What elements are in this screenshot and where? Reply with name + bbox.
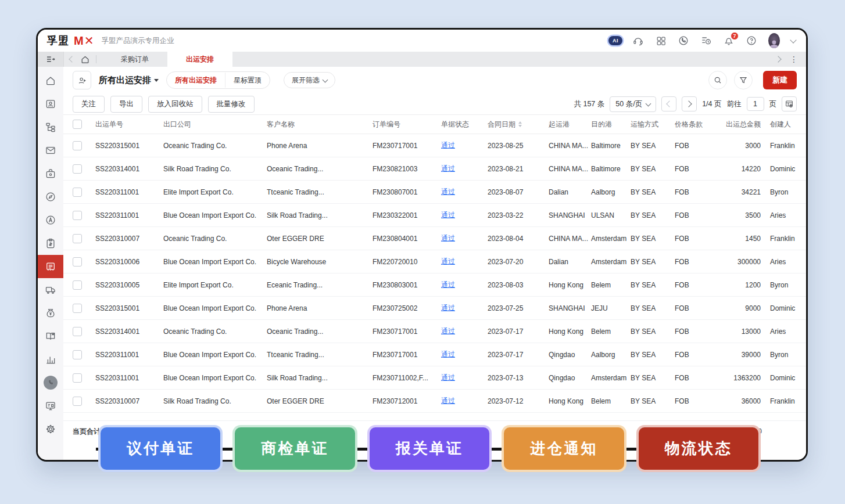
row-checkbox[interactable]: [73, 164, 82, 174]
row-checkbox[interactable]: [73, 350, 82, 359]
column-header[interactable]: 合同日期: [488, 120, 515, 129]
sidebar-item-org-structure[interactable]: [38, 116, 63, 139]
tab-purchase-orders[interactable]: 采购订单: [102, 52, 167, 67]
help-icon[interactable]: [746, 35, 757, 46]
row-checkbox[interactable]: [73, 280, 82, 290]
sidebar-item-orders-clipboard[interactable]: [38, 232, 63, 255]
table-row[interactable]: SS220310005Elite Import Export Co.Eceani…: [63, 273, 806, 297]
table-row[interactable]: SS220311001Blue Ocean Import Export Co.S…: [63, 366, 806, 390]
table-row[interactable]: SS220315001Blue Ocean Import Export Co.P…: [63, 297, 806, 320]
pill-all-shipments[interactable]: 所有出运安排: [167, 73, 225, 88]
row-checkbox[interactable]: [73, 234, 82, 243]
status-link[interactable]: 通过: [441, 396, 455, 406]
column-header[interactable]: 出口公司: [163, 120, 191, 129]
column-header[interactable]: 出运单号: [95, 120, 123, 129]
row-checkbox[interactable]: [73, 304, 82, 313]
page-size-select[interactable]: 50 条/页: [610, 96, 656, 112]
sidebar-item-report-chart[interactable]: [38, 348, 63, 371]
whatsapp-icon[interactable]: [678, 35, 689, 46]
row-checkbox[interactable]: [73, 373, 82, 383]
flow-button-negotiation-docs[interactable]: 议付单证: [101, 427, 220, 470]
sidebar-item-workbench-monitor[interactable]: [38, 394, 63, 417]
flow-button-inspection-docs[interactable]: 商检单证: [235, 427, 355, 470]
row-checkbox[interactable]: [73, 188, 82, 197]
search-button[interactable]: [708, 71, 727, 89]
column-header[interactable]: 出运总金额: [726, 120, 761, 129]
column-header[interactable]: 目的港: [591, 120, 612, 129]
flow-button-customs-docs[interactable]: 报关单证: [370, 427, 489, 470]
flow-button-logistics-status[interactable]: 物流状态: [639, 427, 758, 470]
more-options-icon[interactable]: ⋮: [790, 55, 798, 63]
headset-support-icon[interactable]: [632, 35, 644, 46]
column-header[interactable]: 价格条款: [675, 120, 703, 129]
status-link[interactable]: 通过: [441, 210, 455, 220]
sidebar-item-mail[interactable]: [38, 139, 63, 162]
row-checkbox[interactable]: [73, 211, 82, 220]
sidebar-collapse-button[interactable]: [38, 52, 64, 67]
sidebar-item-whatsapp[interactable]: [38, 371, 63, 394]
table-row[interactable]: SS220311001Elite Import Export Co.Ttcean…: [63, 181, 806, 204]
user-avatar[interactable]: [768, 35, 780, 46]
next-page-button[interactable]: [682, 96, 697, 111]
table-row[interactable]: SS220311001Blue Ocean Import Export Co.T…: [63, 343, 806, 366]
flow-button-warehouse-notice[interactable]: 进仓通知: [504, 427, 624, 470]
sidebar-item-ledger-book[interactable]: [38, 325, 63, 348]
status-link[interactable]: 通过: [441, 233, 455, 243]
sidebar-item-circle-a[interactable]: [38, 208, 63, 232]
table-row[interactable]: SS220310007Silk Road Trading Co.Oter EGG…: [63, 390, 806, 413]
home-tab-icon[interactable]: [80, 55, 90, 64]
back-chevron-icon[interactable]: [69, 56, 75, 62]
avatar-chevron-down-icon[interactable]: [790, 37, 796, 43]
sidebar-item-shipping-docs[interactable]: [38, 255, 63, 278]
recycle-bin-button[interactable]: 放入回收站: [148, 96, 202, 113]
sidebar-item-logistics-truck[interactable]: [38, 278, 63, 301]
prev-page-button[interactable]: [661, 96, 676, 111]
notifications-bell-icon[interactable]: 7: [723, 35, 735, 46]
goto-page-input[interactable]: [747, 97, 764, 111]
select-all-checkbox[interactable]: [73, 120, 82, 129]
follow-button[interactable]: 关注: [73, 96, 105, 113]
status-link[interactable]: 通过: [441, 257, 455, 267]
row-checkbox[interactable]: [73, 257, 82, 267]
column-header[interactable]: 起运港: [549, 120, 570, 129]
expand-filter-button[interactable]: 展开筛选: [284, 72, 335, 88]
status-link[interactable]: 通过: [441, 164, 455, 174]
ai-assistant-icon[interactable]: AI: [610, 35, 621, 46]
table-row[interactable]: SS220310007Oceanic Trading Co.Oter EGGER…: [63, 227, 806, 250]
sidebar-item-settings-gear[interactable]: [38, 417, 63, 441]
table-row[interactable]: SS220314001Silk Road Trading Co.Oceanic …: [63, 157, 806, 181]
sidebar-item-finance-moneybag[interactable]: [38, 301, 63, 325]
export-button[interactable]: 导出: [110, 96, 142, 113]
status-link[interactable]: 通过: [441, 187, 455, 197]
sidebar-item-contacts[interactable]: [38, 92, 63, 116]
view-selector[interactable]: 所有出运安排: [99, 75, 159, 86]
column-header[interactable]: 运输方式: [631, 120, 658, 129]
filter-funnel-button[interactable]: [734, 71, 753, 89]
new-record-button[interactable]: 新建: [763, 71, 797, 89]
table-row[interactable]: SS220314001Oceanic Trading Co.Oceanic Tr…: [63, 320, 806, 343]
column-header[interactable]: 单据状态: [441, 120, 469, 129]
table-row[interactable]: SS220315001Oceanic Trading Co.Phone Aren…: [63, 134, 806, 157]
sort-icon[interactable]: [518, 121, 522, 127]
row-checkbox[interactable]: [73, 397, 82, 406]
status-link[interactable]: 通过: [441, 373, 455, 383]
column-header[interactable]: 创建人: [770, 120, 791, 129]
batch-edit-button[interactable]: 批量修改: [208, 96, 255, 113]
column-settings-button[interactable]: [782, 96, 797, 111]
owner-filter-button[interactable]: [73, 71, 91, 89]
tab-shipping-arrangement[interactable]: 出运安排: [167, 52, 232, 67]
table-row[interactable]: SS220311001Blue Ocean Import Export Co.S…: [63, 204, 806, 227]
status-link[interactable]: 通过: [441, 326, 455, 336]
status-link[interactable]: 通过: [441, 141, 455, 150]
column-header[interactable]: 订单编号: [373, 120, 400, 129]
column-header[interactable]: 客户名称: [267, 120, 295, 129]
status-link[interactable]: 通过: [441, 303, 455, 313]
status-link[interactable]: 通过: [441, 350, 455, 359]
task-history-icon[interactable]: [700, 35, 712, 46]
row-checkbox[interactable]: [73, 141, 82, 150]
apps-grid-icon[interactable]: [655, 35, 667, 46]
row-checkbox[interactable]: [73, 327, 82, 336]
status-link[interactable]: 通过: [441, 280, 455, 290]
pill-starred-top[interactable]: 星标置顶: [225, 73, 270, 88]
sidebar-item-compass[interactable]: [38, 185, 63, 208]
